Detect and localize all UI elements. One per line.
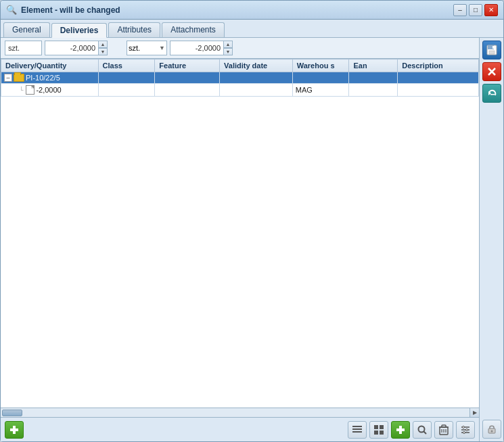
table-row[interactable]: – PI-10/22/5	[1, 72, 479, 84]
doc-icon-2	[26, 85, 35, 95]
unit-input-1[interactable]	[5, 41, 42, 55]
settings-button[interactable]	[456, 421, 475, 439]
tabs-row: General Deliveries Attributes Attachment…	[1, 20, 503, 38]
tab-attributes[interactable]: Attributes	[108, 22, 160, 37]
col-header-ean: Ean	[349, 59, 398, 72]
spin-down-2[interactable]: ▼	[223, 48, 233, 55]
svg-line-12	[424, 431, 427, 434]
svg-rect-10	[396, 428, 405, 431]
svg-rect-2	[352, 426, 362, 427]
scroll-track[interactable]	[1, 409, 469, 417]
scroll-thumb[interactable]	[2, 410, 22, 416]
svg-point-11	[419, 426, 425, 432]
cell-feature-1	[155, 72, 220, 84]
title-bar: 🔍 Element - will be changed – □ ✕	[1, 1, 503, 20]
cell-validity-2	[220, 84, 293, 97]
spin-down-1[interactable]: ▼	[98, 48, 108, 55]
cell-validity-1	[220, 72, 293, 84]
horizontal-scrollbar: ▶	[1, 408, 479, 417]
grid-view-icon	[373, 424, 384, 435]
spin-up-1[interactable]: ▲	[98, 41, 108, 48]
search-icon	[417, 424, 428, 435]
col-header-feature: Feature	[155, 59, 220, 72]
add-button[interactable]	[391, 421, 410, 439]
tab-general[interactable]: General	[3, 22, 50, 37]
main-window: 🔍 Element - will be changed – □ ✕ Genera…	[0, 0, 504, 442]
lock-icon	[486, 424, 497, 435]
svg-point-34	[490, 431, 492, 433]
add-row-icon	[9, 424, 20, 435]
close-button[interactable]: ✕	[484, 4, 498, 16]
discard-button[interactable]	[482, 62, 501, 81]
spinner-1: ▲ ▼	[98, 41, 108, 55]
trash-icon	[439, 424, 449, 435]
collapse-btn-1[interactable]: –	[4, 74, 12, 82]
svg-rect-15	[442, 425, 446, 427]
lock-button[interactable]	[482, 420, 501, 439]
minimize-button[interactable]: –	[453, 4, 467, 16]
save-button[interactable]	[482, 41, 501, 59]
cell-warehouse-1	[292, 72, 349, 84]
svg-rect-32	[490, 94, 495, 95]
right-panel	[479, 38, 503, 441]
cell-feature-2	[155, 84, 220, 97]
unit-dropdown-2[interactable]: szt. ▼	[127, 41, 167, 55]
folder-icon-1	[14, 74, 24, 82]
list-view-icon	[352, 425, 363, 435]
add-icon	[395, 424, 406, 435]
scroll-right-btn[interactable]: ▶	[469, 408, 479, 418]
search-button[interactable]	[413, 421, 432, 439]
list-view-button[interactable]	[348, 421, 367, 439]
title-buttons: – □ ✕	[453, 4, 498, 16]
tree-line-2: └	[19, 87, 23, 93]
svg-rect-6	[380, 425, 384, 429]
svg-rect-1	[10, 428, 18, 431]
rollback-button[interactable]	[482, 84, 501, 103]
svg-rect-28	[492, 46, 494, 49]
delete-button[interactable]	[434, 421, 453, 439]
filter-bar: ▲ ▼ szt. ▼ ▲ ▼	[1, 38, 479, 59]
cell-ean-1	[349, 72, 398, 84]
svg-rect-4	[352, 431, 362, 433]
col-header-validity: Validity date	[220, 59, 293, 72]
col-header-delivery: Delivery/Quantity	[1, 59, 99, 72]
cell-delivery-1: – PI-10/22/5	[1, 72, 99, 84]
title-bar-left: 🔍 Element - will be changed	[6, 5, 120, 16]
col-header-description: Description	[398, 59, 479, 72]
cell-class-1	[98, 72, 155, 84]
settings-icon	[460, 424, 471, 435]
svg-point-24	[463, 431, 465, 433]
save-icon	[486, 44, 498, 56]
svg-point-23	[466, 428, 468, 431]
delivery-value-1: PI-10/22/5	[26, 74, 60, 82]
cell-warehouse-2: MAG	[292, 84, 349, 97]
cell-desc-1	[398, 72, 479, 84]
spinner-2: ▲ ▼	[223, 41, 233, 55]
value-input-1[interactable]	[45, 41, 99, 55]
window-icon: 🔍	[6, 5, 17, 16]
svg-rect-3	[352, 428, 362, 430]
cell-class-2	[98, 84, 155, 97]
cell-ean-2	[349, 84, 398, 97]
deliveries-table: Delivery/Quantity Class Feature Validity…	[1, 59, 479, 97]
window-title: Element - will be changed	[21, 5, 120, 15]
table-header-row: Delivery/Quantity Class Feature Validity…	[1, 59, 479, 72]
delete-icon	[486, 66, 497, 77]
main-panel: ▲ ▼ szt. ▼ ▲ ▼	[1, 38, 479, 441]
svg-rect-5	[374, 425, 378, 429]
cell-desc-2	[398, 84, 479, 97]
spin-up-2[interactable]: ▲	[223, 41, 233, 48]
tab-deliveries[interactable]: Deliveries	[51, 23, 108, 38]
tab-attachments[interactable]: Attachments	[162, 22, 225, 37]
svg-rect-7	[374, 431, 378, 435]
table-container: Delivery/Quantity Class Feature Validity…	[1, 59, 479, 408]
col-header-warehouse: Warehou s	[292, 59, 349, 72]
value-input-2[interactable]	[170, 41, 224, 55]
table-row[interactable]: └ -2,0000 MAG	[1, 84, 479, 97]
grid-view-button[interactable]	[369, 421, 388, 439]
rollback-icon	[486, 88, 497, 99]
maximize-button[interactable]: □	[469, 4, 482, 16]
add-row-button[interactable]	[5, 421, 24, 439]
svg-rect-8	[380, 431, 384, 435]
col-header-class: Class	[98, 59, 155, 72]
